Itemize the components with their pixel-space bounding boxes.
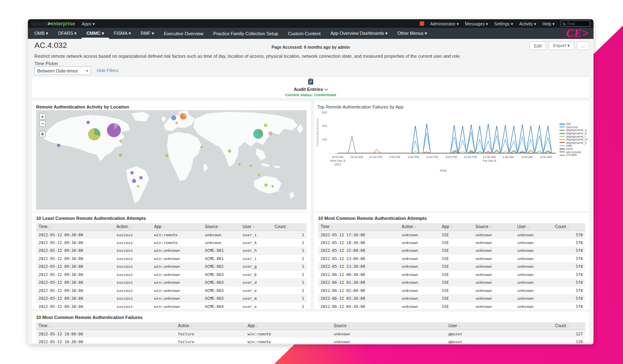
map-bubble[interactable] <box>86 121 90 124</box>
nav-menu-item[interactable]: Other Menus ▾ <box>393 28 432 39</box>
legend-item[interactable]: okta <box>559 144 589 147</box>
map-bubble[interactable] <box>57 144 60 147</box>
edit-button[interactable]: Edit <box>529 41 546 50</box>
table-row[interactable]: 2022-05-12 09:30:00 success win:unknown … <box>36 294 307 303</box>
zoom-out-button[interactable]: − <box>39 120 45 127</box>
map-bubble[interactable] <box>139 176 143 179</box>
map-bubble[interactable] <box>264 183 268 187</box>
map-bubble[interactable] <box>88 128 100 140</box>
column-header[interactable]: Source↕ <box>202 223 240 231</box>
table-row[interactable]: 2022-05-12 09:30:00 success win:unknown … <box>36 271 307 279</box>
column-header[interactable]: App↕ <box>152 223 202 231</box>
map-bubble[interactable] <box>130 171 134 174</box>
table-row[interactable]: 2022-05-12 09:30:00 success win:unknown … <box>36 246 307 255</box>
table-row[interactable]: 2022-05-12 09:30:00 success win:remote u… <box>36 239 307 247</box>
table-row[interactable]: 2022-06-12 02:00:00 unknown ISE unknown … <box>318 287 585 295</box>
nav-menu-item[interactable]: Practice Family Collection Setup <box>208 28 283 39</box>
zoom-in-button[interactable]: + <box>39 113 45 120</box>
topbar-menu-item[interactable]: Activity ▾ <box>519 21 536 26</box>
more-button[interactable]: ... <box>577 41 589 50</box>
apps-menu[interactable]: Apps ▾ <box>82 21 95 26</box>
column-header[interactable]: App↕ <box>439 223 473 231</box>
nav-menu-item[interactable]: DFARS ▾ <box>53 28 82 39</box>
map-bubble[interactable] <box>253 129 263 139</box>
map-bubble[interactable] <box>132 179 136 183</box>
map-bubble[interactable] <box>175 122 178 124</box>
table-row[interactable]: 2022-05-12 09:30:00 success win:remote u… <box>36 231 307 239</box>
table-row[interactable]: 2022-05-12 09:30:00 success win:unknown … <box>36 255 307 263</box>
map-bubble[interactable] <box>119 154 122 157</box>
table-row[interactable]: 2022-06-12 01:30:00 unknown ISE unknown … <box>318 278 585 287</box>
map-bubble[interactable] <box>250 165 252 167</box>
table-row[interactable]: 2022-05-12 23:00:00 unknown ISE unknown … <box>318 255 585 263</box>
column-header[interactable]: Time↕ <box>318 223 399 231</box>
table-row[interactable]: 2022-06-12 00:30:00 unknown ISE unknown … <box>318 271 585 279</box>
table-row[interactable]: 2022-05-12 18:30:00 unknown ISE unknown … <box>318 239 585 247</box>
table-row[interactable]: 2022-05-12 10:30:00 failure win:remote u… <box>36 338 585 345</box>
cell-app: win:unknown <box>152 294 202 303</box>
map-bubble[interactable] <box>271 185 274 188</box>
audit-entries-toggle[interactable]: Audit Entries <box>32 87 589 92</box>
column-header[interactable]: Count↕ <box>553 322 585 330</box>
find-input[interactable] <box>566 21 588 26</box>
map-bubble[interactable] <box>119 140 122 142</box>
table-row[interactable]: 2022-06-12 04:30:00 unknown ISE unknown … <box>318 303 585 311</box>
map-bubble[interactable] <box>238 163 241 165</box>
column-header[interactable]: Action↕ <box>114 223 152 231</box>
column-header[interactable]: Count↕ <box>553 223 585 231</box>
column-header[interactable]: Count↕ <box>272 223 307 231</box>
splunk-logo[interactable]: splunk>enterprise <box>31 21 75 27</box>
map-bubble[interactable] <box>228 149 231 153</box>
table-row[interactable]: 2022-05-12 22:00:00 unknown ISE unknown … <box>318 246 585 255</box>
export-button[interactable]: Export ▾ <box>548 41 574 50</box>
nav-menu-item[interactable]: FISMA ▾ <box>109 28 136 39</box>
cell-count: 1 <box>272 255 307 263</box>
nav-menu-item[interactable]: CMMC ▾ <box>82 28 109 39</box>
legend-item[interactable]: OTHER <box>559 154 589 157</box>
nav-menu-item[interactable]: RMF ▾ <box>136 28 159 39</box>
topbar-menu-item[interactable]: Messages ▾ <box>465 21 488 26</box>
table-row[interactable]: 2022-05-12 09:30:00 success win:unknown … <box>36 287 307 295</box>
nav-menu-item[interactable]: Executive Overview <box>159 28 209 39</box>
map-bubble[interactable] <box>258 174 260 176</box>
column-header[interactable]: App↕ <box>245 322 331 330</box>
map-bubble[interactable] <box>264 124 267 127</box>
topbar-menu-item[interactable]: Administrator ▾ <box>430 21 459 26</box>
legend-item[interactable]: displayname_n <box>559 141 589 145</box>
hide-filters-link[interactable]: Hide Filters <box>97 68 118 73</box>
column-header[interactable]: User↕ <box>240 223 272 231</box>
map-bubble[interactable] <box>180 113 186 120</box>
map-bubble[interactable] <box>107 123 121 137</box>
table-row[interactable]: 2022-05-12 10:00:00 failure win:remote u… <box>36 330 585 338</box>
table-row[interactable]: 2022-05-12 09:30:00 success win:unknown … <box>36 262 307 271</box>
failures-line-chart[interactable]: 200400600Failed Authentications8:00 AMMo… <box>315 108 561 174</box>
topbar-menu-item[interactable]: Settings ▾ <box>494 21 513 26</box>
column-header[interactable]: User↕ <box>446 322 553 330</box>
time-picker-dropdown[interactable]: Between Date-times ▾ <box>34 66 91 75</box>
table-row[interactable]: 2022-05-12 17:30:00 unknown ISE unknown … <box>318 231 585 239</box>
world-map[interactable]: + − <box>36 110 307 210</box>
column-header[interactable]: Action↕ <box>399 223 439 231</box>
map-bubble[interactable] <box>165 154 168 157</box>
table-row[interactable]: 2022-05-12 23:30:00 unknown ISE unknown … <box>318 262 585 271</box>
notification-badge[interactable] <box>420 21 424 26</box>
map-bubble[interactable] <box>171 115 176 120</box>
locate-button[interactable] <box>39 131 45 137</box>
nav-menu-item[interactable]: OMB ▾ <box>30 28 53 39</box>
map-bubble[interactable] <box>137 185 139 188</box>
column-header[interactable]: Action↕ <box>175 322 245 330</box>
column-header[interactable]: Source↕ <box>331 322 446 330</box>
find-search-box[interactable] <box>561 20 590 27</box>
column-header[interactable]: Source↕ <box>473 223 515 231</box>
table-row[interactable]: 2022-05-12 09:30:00 success win:unknown … <box>36 278 307 287</box>
column-header[interactable]: User↕ <box>515 223 553 231</box>
column-header[interactable]: Time↕ <box>36 322 175 330</box>
topbar-menu-item[interactable]: Help ▾ <box>542 21 555 26</box>
map-bubble[interactable] <box>268 131 273 136</box>
table-row[interactable]: 2022-05-12 09:30:00 success win:unknown … <box>36 303 307 311</box>
map-bubble[interactable] <box>200 146 203 148</box>
nav-menu-item[interactable]: Custom Content <box>283 28 325 39</box>
nav-menu-item[interactable]: App Overview Dashboards ▾ <box>325 28 392 39</box>
column-header[interactable]: Time↕ <box>36 223 114 231</box>
table-row[interactable]: 2022-06-12 03:30:00 unknown ISE unknown … <box>318 294 585 303</box>
